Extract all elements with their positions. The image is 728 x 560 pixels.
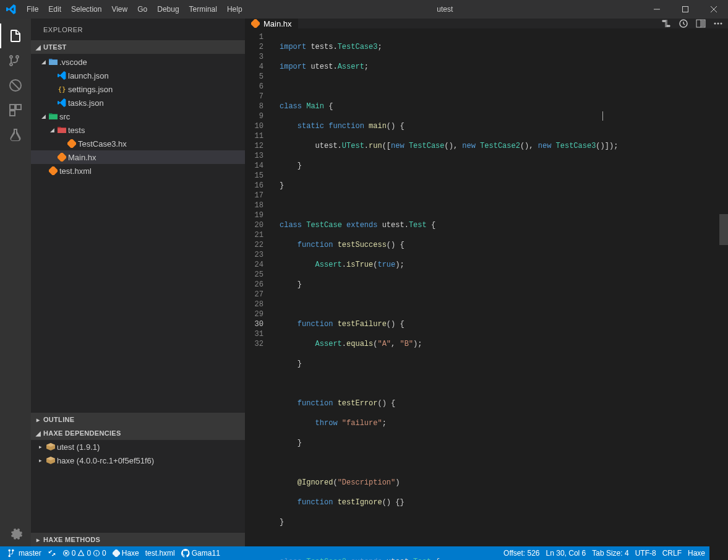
dep-item[interactable]: ▸ haxe (4.0.0-rc.1+0f5ef51f6) <box>31 454 245 467</box>
chevron-right-icon: ▸ <box>36 444 45 450</box>
dep-label: utest (1.9.1) <box>57 442 100 452</box>
vertical-scrollbar[interactable] <box>719 28 728 560</box>
menu-file[interactable]: File <box>22 0 43 19</box>
tree-label: tasks.json <box>68 98 104 108</box>
tree-label: Main.hx <box>68 153 96 162</box>
menu-debug[interactable]: Debug <box>152 0 184 19</box>
tree-file-testhxml[interactable]: test.hxml <box>31 164 245 178</box>
maximize-button[interactable] <box>671 0 700 19</box>
chevron-right-icon: ▸ <box>33 536 43 543</box>
window-controls <box>643 0 728 19</box>
menu-help[interactable]: Help <box>222 0 247 19</box>
svg-rect-4 <box>49 166 58 175</box>
svg-rect-5 <box>251 19 260 28</box>
menu-view[interactable]: View <box>106 0 132 19</box>
section-haxe-deps[interactable]: ◢ HAXE DEPENDENCIES <box>31 426 245 440</box>
text-cursor <box>602 111 603 121</box>
title-bar: File Edit Selection View Go Debug Termin… <box>0 0 728 19</box>
menu-terminal[interactable]: Terminal <box>184 0 222 19</box>
minimap[interactable] <box>709 28 719 560</box>
haxe-file-icon <box>66 139 78 148</box>
activity-explorer[interactable] <box>0 24 31 48</box>
vscode-icon <box>0 4 22 14</box>
chevron-down-icon: ◢ <box>48 127 56 133</box>
svg-rect-2 <box>67 139 76 148</box>
status-haxe-server[interactable]: Haxe <box>109 546 142 560</box>
chevron-right-icon: ▸ <box>36 457 45 463</box>
close-button[interactable] <box>700 0 728 19</box>
json-file-icon: {} <box>56 85 68 93</box>
status-problems[interactable]: 0 0 0 <box>59 546 109 560</box>
tree-folder-src[interactable]: ◢ src <box>31 110 245 123</box>
haxe-file-icon <box>47 166 59 175</box>
svg-point-9 <box>714 23 716 25</box>
tree-file-testcase3[interactable]: TestCase3.hx <box>31 137 245 150</box>
svg-point-10 <box>717 23 719 25</box>
sidebar: EXPLORER ◢ UTEST ◢ .vscode launch.json {… <box>31 19 245 546</box>
line-numbers: 1234567891011121314151617181920212223242… <box>245 28 275 560</box>
section-haxe-methods[interactable]: ▸ HAXE METHODS <box>31 533 245 546</box>
status-github[interactable]: Gama11 <box>178 546 223 560</box>
tree-label: .vscode <box>59 58 87 67</box>
project-name: UTEST <box>43 43 67 51</box>
folder-icon <box>47 58 59 66</box>
chevron-down-icon: ◢ <box>40 59 47 65</box>
svg-rect-3 <box>58 153 66 162</box>
activity-source-control[interactable] <box>0 48 31 73</box>
tree-file-launch[interactable]: launch.json <box>31 69 245 82</box>
tab-main[interactable]: Main.hx <box>245 19 299 28</box>
editor-group: Main.hx 12345678910111213141516171819202… <box>245 19 728 546</box>
tree-file-main[interactable]: Main.hx <box>31 150 245 164</box>
package-icon <box>45 457 57 464</box>
vscode-file-icon <box>56 98 68 107</box>
tree-label: src <box>59 112 70 121</box>
tree-file-settings[interactable]: {} settings.json <box>31 82 245 96</box>
svg-rect-14 <box>113 549 120 557</box>
status-branch[interactable]: master <box>5 546 45 560</box>
section-project[interactable]: ◢ UTEST <box>31 40 245 54</box>
activity-settings[interactable] <box>0 522 31 546</box>
window-title: utest <box>247 5 643 14</box>
activity-bar <box>0 19 31 546</box>
tab-bar: Main.hx <box>245 19 728 28</box>
dep-label: haxe (4.0.0-rc.1+0f5ef51f6) <box>57 456 154 465</box>
tree-file-tasks[interactable]: tasks.json <box>31 96 245 110</box>
tree-folder-vscode[interactable]: ◢ .vscode <box>31 55 245 69</box>
code-content[interactable]: import tests.TestCase3; import utest.Ass… <box>275 28 709 560</box>
status-hxml[interactable]: test.hxml <box>142 546 178 560</box>
menu-go[interactable]: Go <box>132 0 152 19</box>
code-editor[interactable]: 1234567891011121314151617181920212223242… <box>245 28 728 560</box>
section-outline[interactable]: ▸ OUTLINE <box>31 413 245 426</box>
tree-label: tests <box>68 126 85 135</box>
src-folder-icon <box>47 112 59 121</box>
minimize-button[interactable] <box>643 0 671 19</box>
tree-label: TestCase3.hx <box>78 139 127 149</box>
activity-debug[interactable] <box>0 73 31 98</box>
more-icon[interactable] <box>713 19 723 28</box>
svg-point-11 <box>721 23 722 25</box>
main-area: EXPLORER ◢ UTEST ◢ .vscode launch.json {… <box>0 19 728 546</box>
svg-rect-8 <box>701 20 704 27</box>
svg-rect-0 <box>683 7 688 12</box>
tab-label: Main.hx <box>263 19 292 28</box>
haxe-file-icon <box>251 19 260 28</box>
menu-bar: File Edit Selection View Go Debug Termin… <box>22 0 247 19</box>
status-sync[interactable] <box>45 546 59 560</box>
tree-label: settings.json <box>68 85 113 94</box>
scroll-thumb[interactable] <box>719 214 728 245</box>
menu-selection[interactable]: Selection <box>66 0 106 19</box>
vscode-file-icon <box>56 71 68 80</box>
haxe-file-icon <box>56 153 68 162</box>
compare-icon[interactable] <box>661 19 671 28</box>
file-tree: ◢ .vscode launch.json {} settings.json t… <box>31 54 245 413</box>
tree-label: test.hxml <box>59 166 92 176</box>
dep-item[interactable]: ▸ utest (1.9.1) <box>31 440 245 454</box>
section-label: HAXE DEPENDENCIES <box>43 429 121 437</box>
activity-test[interactable] <box>0 123 31 147</box>
split-editor-icon[interactable] <box>696 19 706 28</box>
menu-edit[interactable]: Edit <box>43 0 66 19</box>
tree-folder-tests[interactable]: ◢ tests <box>31 123 245 137</box>
chevron-right-icon: ▸ <box>33 416 43 423</box>
history-icon[interactable] <box>679 19 688 28</box>
activity-extensions[interactable] <box>0 98 31 123</box>
